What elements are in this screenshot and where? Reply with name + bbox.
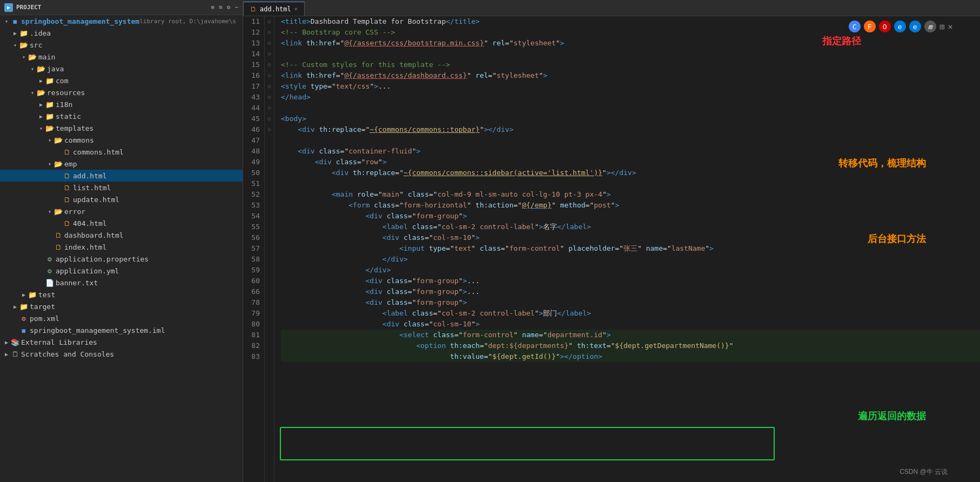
dashboard-label: dashboard.html: [64, 231, 124, 239]
code-line-15: <!-- Custom styles for this template -->: [281, 59, 980, 70]
sync-icon[interactable]: ⊕: [211, 4, 215, 11]
code-line-14: [281, 49, 980, 59]
collapse-icon[interactable]: ≡: [219, 4, 223, 11]
i18n-label: i18n: [56, 101, 72, 109]
tree-item-resources[interactable]: ▾ 📂 resources: [0, 86, 243, 98]
error-label: error: [64, 207, 85, 216]
tree-item-app-yml[interactable]: ▶ ⚙ application.yml: [0, 265, 243, 277]
code-line-13: <link th:href="@{/asserts/css/bootstrap.…: [281, 38, 980, 49]
tree-item-update-html[interactable]: ▶ 🗋 update.html: [0, 193, 243, 205]
folder-icon-idea: 📁: [19, 29, 28, 37]
folder-icon-error: 📂: [54, 207, 63, 216]
firefox-icon[interactable]: F: [864, 21, 876, 32]
tree-item-list-html[interactable]: ▶ 🗋 list.html: [0, 182, 243, 193]
tab-bar: 🗋 add.html ×: [243, 0, 980, 16]
main-layout: ▶ Project ⊕ ≡ ⚙ − ▾ ◼ springboot_managem…: [0, 0, 980, 482]
tree-arrow-templates: ▾: [37, 124, 45, 132]
tab-add-html[interactable]: 🗋 add.html ×: [243, 2, 305, 16]
root-sublabel: library root, D:\javahome\s: [139, 18, 236, 25]
tab-close-btn[interactable]: ×: [294, 6, 298, 12]
fold-gutter: ◇ ◇ ◇ ◇ ◇ ◇ ◇ ◇ ◇: [265, 16, 274, 482]
tree-item-404[interactable]: ▶ 🗋 404.html: [0, 217, 243, 229]
tree-arrow-test: ▶: [19, 290, 28, 299]
close-browser-icon[interactable]: ×: [948, 22, 953, 32]
tree-item-add-html[interactable]: ▶ 🗋 add.html: [0, 170, 243, 182]
folder-icon-templates: 📂: [45, 124, 54, 132]
tree-arrow-emp: ▾: [45, 159, 54, 168]
tree-item-target[interactable]: ▶ 📁 target: [0, 300, 243, 312]
tree-item-scratches[interactable]: ▶ 🗒 Scratches and Consoles: [0, 348, 243, 360]
expand-icon[interactable]: ⊞: [939, 22, 945, 32]
tree-item-idea[interactable]: ▶ 📁 .idea: [0, 27, 243, 39]
tree-item-com[interactable]: ▶ 📁 com: [0, 75, 243, 86]
file-icon-iml: ◼: [19, 326, 28, 334]
code-line-16: <link th:href="@{/asserts/css/dashboard.…: [281, 70, 980, 81]
tree-arrow-extlibs: ▶: [2, 338, 11, 346]
code-line-17: <style type="text/css">...: [281, 81, 980, 92]
emp-label: emp: [64, 160, 77, 168]
src-label: src: [30, 41, 42, 49]
tree-item-static[interactable]: ▶ 📁 static: [0, 110, 243, 122]
tree-item-pom[interactable]: ▶ ⚙ pom.xml: [0, 312, 243, 324]
commons-label: commons: [64, 136, 94, 144]
watermark: CSDN @牛 云说: [900, 467, 948, 477]
file-icon-404: 🗋: [63, 219, 71, 227]
tree-item-extlibs[interactable]: ▶ 📚 External Libraries: [0, 336, 243, 348]
tree-item-src[interactable]: ▾ 📂 src: [0, 39, 243, 51]
tree-item-commons-html[interactable]: ▶ 🗋 commons.html: [0, 146, 243, 158]
file-icon-update-html: 🗋: [63, 195, 71, 204]
code-editor[interactable]: 11 12 13 14 15 16 17 43 44 45 46 47 48 4…: [243, 16, 980, 482]
minimize-icon[interactable]: −: [234, 4, 238, 11]
resources-label: resources: [47, 89, 85, 97]
tree-item-error[interactable]: ▾ 📂 error: [0, 205, 243, 217]
file-icon-index: 🗋: [54, 243, 63, 251]
more-icon[interactable]: m: [924, 21, 936, 32]
code-line-49: <div class="row">: [281, 157, 980, 168]
tree-item-main[interactable]: ▾ 📂 main: [0, 51, 243, 63]
folder-icon-scratches: 🗒: [11, 350, 19, 358]
index-label: index.html: [64, 243, 106, 251]
tree-item-root[interactable]: ▾ ◼ springboot_management_system library…: [0, 15, 243, 27]
sidebar: ▶ Project ⊕ ≡ ⚙ − ▾ ◼ springboot_managem…: [0, 0, 243, 482]
tree-item-dashboard[interactable]: ▶ 🗋 dashboard.html: [0, 229, 243, 241]
ie-icon[interactable]: e: [894, 21, 906, 32]
tree-item-app-props[interactable]: ▶ ⚙ application.properties: [0, 253, 243, 265]
tree-item-banner[interactable]: ▶ 📄 banner.txt: [0, 277, 243, 289]
tree-item-templates[interactable]: ▾ 📂 templates: [0, 122, 243, 134]
tree-arrow: ▾: [2, 17, 11, 25]
opera-icon[interactable]: O: [879, 21, 891, 32]
code-line-46: <div th:replace="~{commons/commons::topb…: [281, 124, 980, 135]
file-icon-pom: ⚙: [19, 314, 28, 323]
target-label: target: [30, 303, 55, 311]
tree-item-i18n[interactable]: ▶ 📁 i18n: [0, 98, 243, 110]
com-label: com: [56, 77, 68, 85]
tree-item-emp[interactable]: ▾ 📂 emp: [0, 158, 243, 170]
code-line-47: [281, 135, 980, 146]
sidebar-title: Project: [16, 4, 41, 11]
tree-item-index[interactable]: ▶ 🗋 index.html: [0, 241, 243, 253]
scratches-label: Scratches and Consoles: [21, 350, 114, 358]
folder-icon-target: 📁: [19, 302, 28, 311]
app-yml-label: application.yml: [56, 267, 119, 275]
tree-item-commons[interactable]: ▾ 📂 commons: [0, 134, 243, 146]
tree-arrow-main: ▾: [19, 52, 28, 61]
tree-item-test[interactable]: ▶ 📁 test: [0, 289, 243, 300]
code-line-58: </div>: [281, 254, 980, 265]
code-line-53: <form class="form-horizontal" th:action=…: [281, 200, 980, 211]
code-line-48: <div class="container-fluid">: [281, 146, 980, 157]
iml-label: springboot_management_system.iml: [30, 326, 165, 334]
tab-label: add.html: [260, 5, 291, 13]
code-line-57: <input type="text" class="form-control" …: [281, 243, 980, 254]
settings-icon[interactable]: ⚙: [227, 4, 231, 11]
chrome-icon[interactable]: C: [849, 21, 861, 32]
code-content: 11 12 13 14 15 16 17 43 44 45 46 47 48 4…: [243, 16, 980, 482]
code-line-45: <body>: [281, 113, 980, 124]
code-line-52: <main role="main" class="col-md-9 ml-sm-…: [281, 189, 980, 200]
tree-item-iml[interactable]: ▶ ◼ springboot_management_system.iml: [0, 324, 243, 336]
root-icon: ◼: [11, 17, 19, 25]
tree-item-java[interactable]: ▾ 📂 java: [0, 63, 243, 75]
folder-icon-test: 📁: [28, 290, 37, 299]
main-label: main: [38, 53, 55, 61]
test-label: test: [38, 291, 55, 299]
edge-icon[interactable]: e: [909, 21, 921, 32]
